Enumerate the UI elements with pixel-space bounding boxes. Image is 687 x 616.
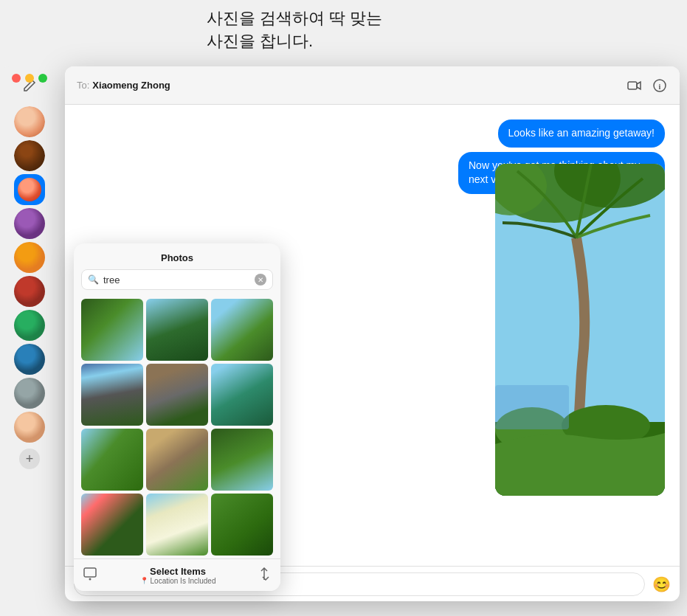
select-items-label: Select Items: [97, 566, 258, 577]
message-row-1: Looks like an amazing getaway!: [80, 120, 665, 148]
photos-popup-title: Photos: [74, 243, 280, 269]
emoji-button[interactable]: 😊: [652, 575, 671, 593]
photo-thumb-6[interactable]: [211, 364, 273, 426]
photo-thumb-8[interactable]: [146, 429, 208, 491]
info-button[interactable]: i: [652, 77, 668, 94]
photos-search-area: 🔍 tree ✕: [74, 269, 280, 296]
tooltip-annotation: 사진을 검색하여 딱 맞는 사진을 찹니다.: [207, 7, 382, 53]
contact-avatar-9[interactable]: [14, 378, 45, 409]
sort-button[interactable]: [258, 567, 272, 584]
photos-icon-left[interactable]: [83, 567, 97, 584]
photo-preview: [495, 164, 665, 496]
svg-rect-13: [495, 385, 569, 429]
svg-rect-14: [84, 568, 96, 577]
video-call-button[interactable]: [626, 77, 643, 94]
svg-rect-0: [628, 82, 637, 89]
contact-avatar-5[interactable]: [14, 242, 45, 273]
contact-avatar-2[interactable]: [14, 140, 45, 171]
svg-point-15: [89, 578, 92, 580]
photo-thumb-12[interactable]: [211, 494, 273, 556]
contact-avatar-active[interactable]: [14, 174, 45, 205]
location-icon: 📍: [140, 577, 148, 584]
contact-avatar-10[interactable]: [14, 412, 45, 443]
minimize-button[interactable]: [25, 74, 34, 83]
maximize-button[interactable]: [38, 74, 47, 83]
photos-bottom-bar: Select Items 📍 Location Is Included: [74, 558, 280, 591]
recipient-name: Xiaomeng Zhong: [92, 80, 170, 91]
photo-thumb-11[interactable]: [146, 494, 208, 556]
traffic-lights: [12, 74, 47, 83]
close-button[interactable]: [12, 74, 21, 83]
location-label: 📍 Location Is Included: [97, 577, 258, 585]
contact-avatar-8[interactable]: [14, 344, 45, 375]
photo-thumb-1[interactable]: [81, 299, 143, 361]
to-label: To:: [77, 80, 89, 91]
photo-thumb-7[interactable]: [81, 429, 143, 491]
message-bubble-1: Looks like an amazing getaway!: [498, 120, 665, 148]
photo-thumb-5[interactable]: [146, 364, 208, 426]
search-input-value[interactable]: tree: [103, 274, 250, 285]
search-clear-button[interactable]: ✕: [255, 274, 266, 285]
contact-avatar-6[interactable]: [14, 276, 45, 307]
photo-thumb-3[interactable]: [211, 299, 273, 361]
title-bar: To: Xiaomeng Zhong i: [65, 66, 680, 105]
search-icon: 🔍: [88, 274, 99, 285]
photo-thumb-10[interactable]: [81, 494, 143, 556]
svg-text:i: i: [659, 82, 661, 90]
photo-grid: [74, 296, 280, 558]
contact-avatar-7[interactable]: [14, 310, 45, 341]
photo-thumb-4[interactable]: [81, 364, 143, 426]
sidebar: +: [0, 66, 59, 601]
contact-avatar-1[interactable]: [14, 106, 45, 137]
bottom-center-info: Select Items 📍 Location Is Included: [97, 566, 258, 585]
title-bar-actions: i: [626, 77, 668, 94]
photo-thumb-2[interactable]: [146, 299, 208, 361]
photos-popup: Photos 🔍 tree ✕ Select Items: [74, 243, 280, 591]
add-conversation-button[interactable]: +: [19, 449, 40, 469]
search-bar[interactable]: 🔍 tree ✕: [81, 269, 273, 290]
contact-avatar-4[interactable]: [14, 208, 45, 239]
photo-thumb-9[interactable]: [211, 429, 273, 491]
